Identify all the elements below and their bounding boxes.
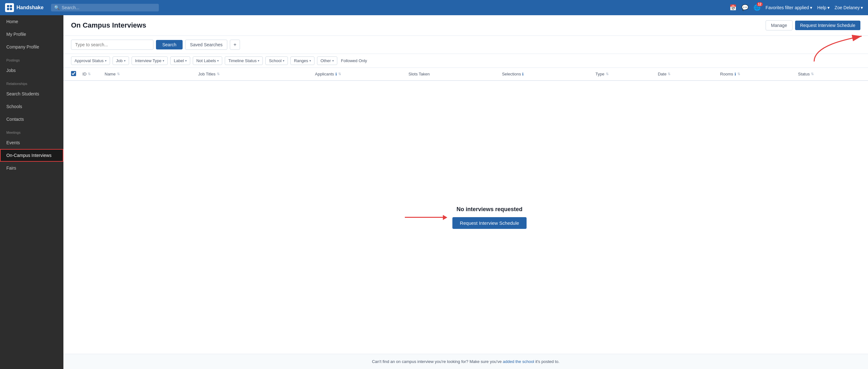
- search-button[interactable]: Search: [156, 40, 183, 50]
- header-actions: Manage Request Interview Schedule: [766, 20, 860, 30]
- sidebar-section-relationships: Relationships: [0, 77, 63, 88]
- page-header-wrapper: On Campus Interviews Manage Request Inte…: [63, 15, 868, 36]
- app-logo[interactable]: Handshake: [5, 3, 43, 12]
- filter-label[interactable]: Label ▾: [170, 56, 190, 65]
- info-icon: ℹ: [335, 72, 337, 76]
- chevron-down-icon: ▾: [163, 59, 164, 62]
- chevron-down-icon: ▾: [283, 59, 284, 62]
- info-icon: ℹ: [735, 72, 736, 76]
- sidebar: Home My Profile Company Profile Postings…: [0, 15, 63, 369]
- sidebar-item-on-campus-interviews[interactable]: On-Campus Interviews: [0, 149, 63, 162]
- sidebar-item-search-students[interactable]: Search Students: [0, 88, 63, 100]
- sort-icon: ⇅: [217, 72, 220, 76]
- arrow-head: [443, 215, 447, 220]
- page-header: On Campus Interviews Manage Request Inte…: [63, 15, 868, 36]
- sort-icon: ⇅: [117, 72, 120, 76]
- sort-icon: ⇅: [737, 72, 740, 76]
- column-header-selections: Selections ℹ: [502, 72, 595, 76]
- column-header-type[interactable]: Type ⇅: [595, 72, 658, 76]
- sidebar-section-meetings: Meetings: [0, 126, 63, 136]
- chevron-down-icon: ▾: [810, 5, 812, 10]
- table-header: ID ⇅ Name ⇅ Job Titles ⇅ Applicants ℹ ⇅ …: [63, 68, 868, 81]
- chevron-down-icon: ▾: [861, 5, 863, 10]
- column-header-job-titles[interactable]: Job Titles ⇅: [198, 72, 315, 76]
- sidebar-item-fairs[interactable]: Fairs: [0, 162, 63, 174]
- added-the-school-link[interactable]: added the school: [503, 359, 534, 364]
- filter-followed-only[interactable]: Followed Only: [340, 57, 368, 65]
- filter-approval-status[interactable]: Approval Status ▾: [71, 56, 110, 65]
- notifications-icon[interactable]: 🌐 12: [753, 4, 761, 11]
- nav-right-actions: 📅 💬 🌐 12 Favorites filter applied ▾ Help…: [730, 4, 863, 11]
- select-all-input[interactable]: [71, 71, 76, 76]
- notification-badge: 12: [757, 2, 763, 6]
- request-interview-schedule-center-button[interactable]: Request Interview Schedule: [453, 217, 527, 229]
- empty-state-title: No interviews requested: [457, 206, 522, 213]
- search-area: Search Saved Searches +: [63, 36, 868, 54]
- sort-icon: ⇅: [606, 72, 609, 76]
- manage-button[interactable]: Manage: [766, 20, 793, 30]
- help-btn[interactable]: Help ▾: [817, 5, 830, 10]
- filter-school[interactable]: School ▾: [265, 56, 288, 65]
- chevron-down-icon: ▾: [124, 59, 126, 62]
- page-layout: Home My Profile Company Profile Postings…: [0, 15, 868, 369]
- calendar-icon[interactable]: 📅: [730, 4, 737, 11]
- footer-text-after: it's posted to.: [534, 359, 560, 364]
- filter-ranges[interactable]: Ranges ▾: [290, 56, 314, 65]
- footer-note: Can't find an on campus interview you're…: [63, 354, 868, 369]
- sidebar-section-postings: Postings: [0, 53, 63, 64]
- chevron-down-icon: ▾: [258, 59, 259, 62]
- top-navigation: Handshake 🔍 📅 💬 🌐 12 Favorites filter ap…: [0, 0, 868, 15]
- column-header-rooms[interactable]: Rooms ℹ ⇅: [720, 72, 798, 76]
- filter-interview-type[interactable]: Interview Type ▾: [131, 56, 168, 65]
- app-name: Handshake: [17, 5, 43, 10]
- sort-icon: ⇅: [88, 72, 91, 76]
- global-search-input[interactable]: [62, 5, 156, 10]
- messages-icon[interactable]: 💬: [742, 4, 748, 11]
- search-icon: 🔍: [54, 5, 60, 10]
- column-header-name[interactable]: Name ⇅: [104, 72, 198, 76]
- chevron-down-icon: ▾: [309, 59, 311, 62]
- svg-rect-2: [7, 8, 9, 10]
- svg-rect-3: [10, 8, 12, 10]
- sort-icon: ⇅: [668, 72, 671, 76]
- sidebar-item-schools[interactable]: Schools: [0, 100, 63, 113]
- sidebar-item-contacts[interactable]: Contacts: [0, 113, 63, 126]
- chevron-down-icon: ▾: [332, 59, 334, 62]
- chevron-down-icon: ▾: [217, 59, 219, 62]
- sidebar-item-my-profile[interactable]: My Profile: [0, 28, 63, 40]
- column-header-id[interactable]: ID ⇅: [83, 72, 104, 76]
- info-icon: ℹ: [522, 72, 524, 76]
- add-saved-search-button[interactable]: +: [230, 40, 240, 50]
- center-arrow-annotation: [405, 215, 447, 220]
- chevron-down-icon: ▾: [828, 5, 830, 10]
- filter-other[interactable]: Other ▾: [317, 56, 337, 65]
- sidebar-item-events[interactable]: Events: [0, 136, 63, 149]
- main-content: On Campus Interviews Manage Request Inte…: [63, 15, 868, 369]
- global-search[interactable]: 🔍: [51, 4, 159, 11]
- page-title: On Campus Interviews: [71, 21, 146, 29]
- svg-rect-1: [10, 5, 12, 7]
- svg-rect-0: [7, 5, 9, 7]
- column-header-applicants[interactable]: Applicants ℹ ⇅: [315, 72, 409, 76]
- sidebar-item-jobs[interactable]: Jobs: [0, 64, 63, 77]
- chevron-down-icon: ▾: [105, 59, 106, 62]
- sort-icon: ⇅: [338, 72, 341, 76]
- column-header-status[interactable]: Status ⇅: [798, 72, 860, 76]
- sidebar-item-home[interactable]: Home: [0, 15, 63, 28]
- user-menu-btn[interactable]: Zoe Delaney ▾: [835, 5, 863, 10]
- column-header-date[interactable]: Date ⇅: [658, 72, 720, 76]
- logo-icon: [5, 3, 14, 12]
- filter-job[interactable]: Job ▾: [113, 56, 129, 65]
- footer-text-before: Can't find an on campus interview you're…: [372, 359, 503, 364]
- favorites-filter-btn[interactable]: Favorites filter applied ▾: [766, 5, 812, 10]
- table-select-all-checkbox[interactable]: [71, 71, 83, 77]
- chevron-down-icon: ▾: [185, 59, 187, 62]
- sidebar-item-company-profile[interactable]: Company Profile: [0, 40, 63, 53]
- empty-state: No interviews requested Request Intervie…: [63, 81, 868, 354]
- sort-icon: ⇅: [811, 72, 814, 76]
- search-input[interactable]: [71, 40, 153, 50]
- request-interview-schedule-header-button[interactable]: Request Interview Schedule: [795, 21, 860, 30]
- saved-searches-button[interactable]: Saved Searches: [185, 40, 227, 50]
- filter-not-labels[interactable]: Not Labels ▾: [193, 56, 222, 65]
- filter-timeline-status[interactable]: Timeline Status ▾: [225, 56, 263, 65]
